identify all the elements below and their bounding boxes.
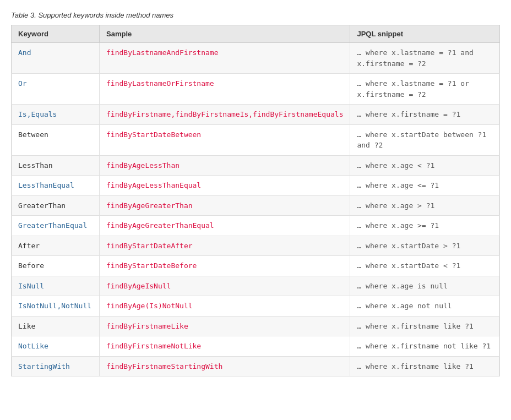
keyword-cell: GreaterThanEqual <box>12 216 100 236</box>
jpql-cell: … where x.lastname = ?1 or x.firstname =… <box>350 74 500 105</box>
jpql-cell: … where x.startDate < ?1 <box>350 256 500 276</box>
keyword-cell: Like <box>12 316 100 336</box>
table-row: LikefindByFirstnameLike… where x.firstna… <box>12 316 500 336</box>
keyword-cell: LessThanEqual <box>12 176 100 196</box>
col-sample: Sample <box>100 25 350 43</box>
jpql-cell: … where x.firstname like ?1 <box>350 356 500 377</box>
keyword-cell: StartingWith <box>12 356 100 377</box>
sample-cell: findByLastnameAndFirstname <box>100 43 350 74</box>
sample-cell: findByStartDateBefore <box>100 256 350 276</box>
keywords-table: Keyword Sample JPQL snippet AndfindByLas… <box>11 25 500 377</box>
keyword-cell: And <box>12 43 100 74</box>
table-row: AfterfindByStartDateAfter… where x.start… <box>12 236 500 256</box>
sample-cell: findByFirstnameLike <box>100 316 350 336</box>
table-row: BeforefindByStartDateBefore… where x.sta… <box>12 256 500 276</box>
keyword-cell: IsNull <box>12 276 100 296</box>
keyword-cell: LessThan <box>12 155 100 176</box>
jpql-cell: … where x.age <= ?1 <box>350 176 500 196</box>
jpql-cell: … where x.age > ?1 <box>350 195 500 216</box>
jpql-cell: … where x.startDate between ?1 and ?2 <box>350 124 500 155</box>
jpql-cell: … where x.age not null <box>350 296 500 317</box>
sample-cell: findByLastnameOrFirstname <box>100 74 350 105</box>
sample-cell: findByFirstnameStartingWith <box>100 356 350 377</box>
sample-cell: findByAgeLessThanEqual <box>100 176 350 196</box>
table-row: OrfindByLastnameOrFirstname… where x.las… <box>12 74 500 105</box>
table-row: GreaterThanfindByAgeGreaterThan… where x… <box>12 195 500 216</box>
keyword-cell: Between <box>12 124 100 155</box>
keyword-cell: NotLike <box>12 336 100 357</box>
table-row: NotLikefindByFirstnameNotLike… where x.f… <box>12 336 500 357</box>
table-row: GreaterThanEqualfindByAgeGreaterThanEqua… <box>12 216 500 236</box>
jpql-cell: … where x.firstname = ?1 <box>350 105 500 125</box>
jpql-cell: … where x.lastname = ?1 and x.firstname … <box>350 43 500 74</box>
keyword-cell: After <box>12 236 100 256</box>
jpql-cell: … where x.firstname like ?1 <box>350 316 500 336</box>
col-keyword: Keyword <box>12 25 100 43</box>
sample-cell: findByAge(Is)NotNull <box>100 296 350 317</box>
header-row: Keyword Sample JPQL snippet <box>12 25 500 43</box>
col-jpql: JPQL snippet <box>350 25 500 43</box>
keyword-cell: Before <box>12 256 100 276</box>
table-row: LessThanEqualfindByAgeLessThanEqual… whe… <box>12 176 500 196</box>
keyword-cell: Or <box>12 74 100 105</box>
jpql-cell: … where x.startDate > ?1 <box>350 236 500 256</box>
table-row: AndfindByLastnameAndFirstname… where x.l… <box>12 43 500 74</box>
sample-cell: findByAgeGreaterThanEqual <box>100 216 350 236</box>
table-row: StartingWithfindByFirstnameStartingWith…… <box>12 356 500 377</box>
sample-cell: findByStartDateBetween <box>100 124 350 155</box>
table-title: Table 3. Supported keywords inside metho… <box>11 11 500 19</box>
sample-cell: findByFirstname,findByFirstnameIs,findBy… <box>100 105 350 125</box>
jpql-cell: … where x.firstname not like ?1 <box>350 336 500 357</box>
table-row: LessThanfindByAgeLessThan… where x.age <… <box>12 155 500 176</box>
sample-cell: findByAgeGreaterThan <box>100 195 350 216</box>
sample-cell: findByFirstnameNotLike <box>100 336 350 357</box>
table-body: AndfindByLastnameAndFirstname… where x.l… <box>12 43 500 377</box>
jpql-cell: … where x.age >= ?1 <box>350 216 500 236</box>
keyword-cell: Is,Equals <box>12 105 100 125</box>
keyword-cell: IsNotNull,NotNull <box>12 296 100 317</box>
jpql-cell: … where x.age is null <box>350 276 500 296</box>
table-header: Keyword Sample JPQL snippet <box>12 25 500 43</box>
table-row: BetweenfindByStartDateBetween… where x.s… <box>12 124 500 155</box>
table-row: IsNullfindByAgeIsNull… where x.age is nu… <box>12 276 500 296</box>
sample-cell: findByAgeLessThan <box>100 155 350 176</box>
jpql-cell: … where x.age < ?1 <box>350 155 500 176</box>
table-row: Is,EqualsfindByFirstname,findByFirstname… <box>12 105 500 125</box>
sample-cell: findByStartDateAfter <box>100 236 350 256</box>
sample-cell: findByAgeIsNull <box>100 276 350 296</box>
keyword-cell: GreaterThan <box>12 195 100 216</box>
table-row: IsNotNull,NotNullfindByAge(Is)NotNull… w… <box>12 296 500 317</box>
